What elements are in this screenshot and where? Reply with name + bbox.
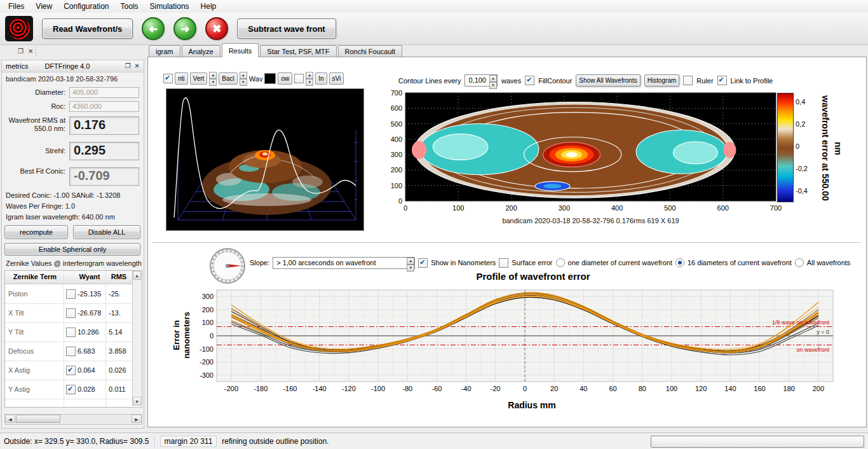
recompute-button[interactable]: recompute xyxy=(4,225,68,239)
float-dock-icon[interactable]: ❐ xyxy=(18,48,24,55)
tab-results[interactable]: Results xyxy=(222,43,259,57)
menu-configuration[interactable]: Configuration xyxy=(58,1,114,12)
wave-color-swatch[interactable] xyxy=(264,73,276,84)
show-nanometers-label[interactable]: Show in Nanometers xyxy=(431,259,496,266)
tab-igram[interactable]: igram xyxy=(149,45,180,57)
ruler-checkbox[interactable] xyxy=(683,76,693,85)
slope-spinner[interactable]: ▲▼ xyxy=(407,258,414,268)
scroll-right-icon[interactable]: ▶ xyxy=(132,415,142,423)
menu-files[interactable]: Files xyxy=(3,1,30,12)
profile-chart[interactable]: -300-200-1000100200300-200-180-160-140-1… xyxy=(193,285,860,416)
contour-interval-spinbox[interactable]: 0,100 ▲▼ xyxy=(465,74,498,86)
float-panel-icon[interactable]: ❐ xyxy=(125,62,131,70)
sixteen-diameters-radio[interactable] xyxy=(675,258,684,267)
metrics-panel-title: DFTFringe 4.0 xyxy=(44,62,125,70)
enable-spherical-only-button[interactable]: Enable Spherical only xyxy=(4,243,140,256)
viewer3d-button-ow[interactable]: ow xyxy=(278,73,292,85)
svg-text:-60: -60 xyxy=(431,385,442,392)
viewer3d-checkbox[interactable] xyxy=(163,74,173,83)
svg-text:300: 300 xyxy=(391,151,402,158)
all-wavefronts-label[interactable]: All wavefronts xyxy=(807,259,850,266)
scroll-left-icon[interactable]: ◀ xyxy=(5,415,15,423)
diameter-value[interactable]: 405.000 xyxy=(69,87,139,98)
zernike-enable-checkbox[interactable] xyxy=(66,366,76,375)
zernike-enable-checkbox[interactable] xyxy=(66,308,76,318)
disable-all-button[interactable]: Disable ALL xyxy=(73,225,140,239)
menu-view[interactable]: View xyxy=(30,1,58,12)
header-wyant[interactable]: Wyant xyxy=(74,273,105,280)
header-rms[interactable]: RMS xyxy=(107,273,131,280)
zernike-row-piston[interactable]: Piston -25.135 -25. xyxy=(5,284,132,304)
scrollbar-thumb[interactable] xyxy=(16,415,60,423)
subtract-wavefront-button[interactable]: Subtract wave front xyxy=(237,18,336,39)
link-to-profile-checkbox[interactable] xyxy=(717,76,727,85)
slope-value[interactable]: > 1,00 arcseconds on wavefront xyxy=(273,258,379,268)
zernike-row-y-tilt[interactable]: Y Tilt 10.286 5.14 xyxy=(5,322,132,342)
roc-value[interactable]: 4360.000 xyxy=(69,101,139,112)
status-separator xyxy=(154,436,155,446)
scroll-up-icon[interactable]: ▲ xyxy=(133,271,141,280)
svg-text:-180: -180 xyxy=(254,385,268,392)
contour-chart[interactable]: 0100200300400500600700010020030040050060… xyxy=(381,89,801,216)
delete-wavefront-button[interactable]: ✖ xyxy=(205,17,228,40)
read-wavefronts-button[interactable]: Read Wavefront/s xyxy=(42,18,133,39)
viewer3d-button-in[interactable]: In xyxy=(315,73,327,85)
zernike-enable-checkbox[interactable] xyxy=(66,289,76,299)
menu-tools[interactable]: Tools xyxy=(115,1,144,12)
histogram-button[interactable]: Histogram xyxy=(644,74,680,86)
background-spinner[interactable]: ▲▼ xyxy=(240,72,247,86)
surface-error-label[interactable]: Surface error xyxy=(512,259,552,266)
close-panel-icon[interactable]: ✕ xyxy=(135,62,140,70)
vertical-scale-button[interactable]: Vert xyxy=(190,73,208,85)
zernike-enable-checkbox[interactable] xyxy=(66,385,76,394)
svg-text:-200: -200 xyxy=(224,385,238,392)
tab-ronchi-foucault[interactable]: Ronchi Foucault xyxy=(338,45,403,57)
viewer3d-spinner[interactable]: ▲▼ xyxy=(306,72,313,86)
zernike-enable-checkbox[interactable] xyxy=(66,328,76,337)
zernike-horizontal-scrollbar[interactable]: ◀ ▶ xyxy=(4,414,142,425)
all-wavefronts-radio[interactable] xyxy=(795,258,804,267)
zernike-row-defocus[interactable]: Defocus 6.683 3.858 xyxy=(5,342,132,361)
link-to-profile-label[interactable]: Link to Profile xyxy=(731,77,773,85)
arrow-right-icon: ➜ xyxy=(180,22,189,36)
zernike-row-x-tilt[interactable]: X Tilt -26.678 -13. xyxy=(5,303,132,323)
ruler-label[interactable]: Ruler xyxy=(696,77,713,85)
zernike-table-header[interactable]: Zernike Term Wyant RMS xyxy=(5,271,142,284)
contour-interval-value[interactable]: 0,100 xyxy=(465,75,489,86)
rms-label: Wavefront RMS at 550.0 nm: xyxy=(2,116,65,133)
show-nanometers-checkbox[interactable] xyxy=(418,258,428,268)
wavefront-3d-view[interactable] xyxy=(166,88,364,231)
svg-text:100: 100 xyxy=(202,319,214,326)
one-diameter-radio[interactable] xyxy=(556,258,565,267)
fillcontour-checkbox[interactable] xyxy=(525,76,534,85)
svg-text:-160: -160 xyxy=(283,385,297,392)
zernike-enable-checkbox[interactable] xyxy=(66,347,76,356)
svg-text:-80: -80 xyxy=(402,385,412,392)
tab-star-test-psf-mtf[interactable]: Star Test, PSF, MTF xyxy=(260,45,336,57)
zernike-row-y-astig[interactable]: Y Astig 0.028 0.011 xyxy=(5,380,132,399)
tab-analyze[interactable]: Analyze xyxy=(182,45,220,57)
show-all-wavefronts-button[interactable]: Show All Wavefronts xyxy=(576,74,640,86)
scroll-down-icon[interactable]: ▼ xyxy=(133,397,141,406)
vertical-scale-spinner[interactable]: ▲▼ xyxy=(209,72,217,86)
close-dock-icon[interactable]: ✕ xyxy=(28,48,33,55)
fillcontour-label[interactable]: FillContour xyxy=(538,77,572,85)
viewer3d-button-svi[interactable]: sVi xyxy=(329,73,344,85)
svg-text:400: 400 xyxy=(391,135,402,143)
metrics-panel-titlebar[interactable]: metrics DFTFringe 4.0 ❐ ✕ xyxy=(2,60,144,73)
menu-help[interactable]: Help xyxy=(195,1,222,12)
viewer3d-button-nti[interactable]: nti xyxy=(175,73,188,85)
contour-interval-spinner[interactable]: ▲▼ xyxy=(489,75,497,86)
header-zernike-term[interactable]: Zernike Term xyxy=(6,273,64,280)
next-wavefront-button[interactable]: ➜ xyxy=(173,17,196,40)
menu-simulations[interactable]: Simulations xyxy=(144,1,195,12)
one-diameter-label[interactable]: one diameter of current wavefront xyxy=(568,259,672,266)
slope-combobox[interactable]: > 1,00 arcseconds on wavefront ▲▼ xyxy=(273,257,415,269)
viewer3d-checkbox-2[interactable] xyxy=(294,74,304,83)
previous-wavefront-button[interactable]: ➜ xyxy=(142,17,165,40)
background-button[interactable]: Bacl xyxy=(219,73,237,85)
surface-error-checkbox[interactable] xyxy=(499,258,508,268)
sixteen-diameters-label[interactable]: 16 diameters of current wavefront xyxy=(688,259,792,266)
zernike-row-x-astig[interactable]: X Astig 0.064 0.026 xyxy=(5,361,132,380)
zernike-vertical-scrollbar[interactable]: ▲ ▼ xyxy=(132,271,142,406)
